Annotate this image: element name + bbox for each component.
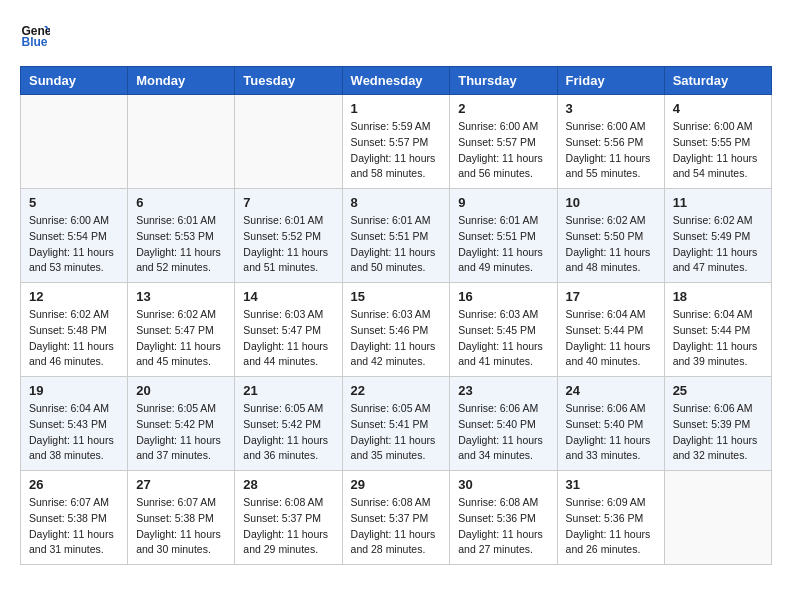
calendar-cell: 24Sunrise: 6:06 AM Sunset: 5:40 PM Dayli… bbox=[557, 377, 664, 471]
page-header: General Blue bbox=[20, 20, 772, 50]
day-number: 5 bbox=[29, 195, 119, 210]
calendar-cell: 18Sunrise: 6:04 AM Sunset: 5:44 PM Dayli… bbox=[664, 283, 771, 377]
calendar-cell: 23Sunrise: 6:06 AM Sunset: 5:40 PM Dayli… bbox=[450, 377, 557, 471]
day-number: 2 bbox=[458, 101, 548, 116]
calendar-week-row: 1Sunrise: 5:59 AM Sunset: 5:57 PM Daylig… bbox=[21, 95, 772, 189]
cell-info: Sunrise: 6:04 AM Sunset: 5:44 PM Dayligh… bbox=[566, 307, 656, 370]
cell-info: Sunrise: 6:07 AM Sunset: 5:38 PM Dayligh… bbox=[29, 495, 119, 558]
day-number: 25 bbox=[673, 383, 763, 398]
day-number: 14 bbox=[243, 289, 333, 304]
svg-text:Blue: Blue bbox=[22, 35, 48, 49]
calendar-cell: 26Sunrise: 6:07 AM Sunset: 5:38 PM Dayli… bbox=[21, 471, 128, 565]
weekday-header: Thursday bbox=[450, 67, 557, 95]
cell-info: Sunrise: 6:08 AM Sunset: 5:37 PM Dayligh… bbox=[351, 495, 442, 558]
calendar-cell: 20Sunrise: 6:05 AM Sunset: 5:42 PM Dayli… bbox=[128, 377, 235, 471]
cell-info: Sunrise: 6:04 AM Sunset: 5:44 PM Dayligh… bbox=[673, 307, 763, 370]
calendar-cell: 4Sunrise: 6:00 AM Sunset: 5:55 PM Daylig… bbox=[664, 95, 771, 189]
day-number: 4 bbox=[673, 101, 763, 116]
day-number: 3 bbox=[566, 101, 656, 116]
calendar-cell: 16Sunrise: 6:03 AM Sunset: 5:45 PM Dayli… bbox=[450, 283, 557, 377]
calendar-cell: 22Sunrise: 6:05 AM Sunset: 5:41 PM Dayli… bbox=[342, 377, 450, 471]
calendar-cell bbox=[128, 95, 235, 189]
calendar-cell: 10Sunrise: 6:02 AM Sunset: 5:50 PM Dayli… bbox=[557, 189, 664, 283]
calendar-cell: 13Sunrise: 6:02 AM Sunset: 5:47 PM Dayli… bbox=[128, 283, 235, 377]
cell-info: Sunrise: 6:08 AM Sunset: 5:36 PM Dayligh… bbox=[458, 495, 548, 558]
weekday-header: Wednesday bbox=[342, 67, 450, 95]
day-number: 28 bbox=[243, 477, 333, 492]
calendar-cell: 7Sunrise: 6:01 AM Sunset: 5:52 PM Daylig… bbox=[235, 189, 342, 283]
day-number: 11 bbox=[673, 195, 763, 210]
day-number: 8 bbox=[351, 195, 442, 210]
calendar-cell bbox=[664, 471, 771, 565]
calendar-cell: 8Sunrise: 6:01 AM Sunset: 5:51 PM Daylig… bbox=[342, 189, 450, 283]
calendar-cell: 19Sunrise: 6:04 AM Sunset: 5:43 PM Dayli… bbox=[21, 377, 128, 471]
calendar-cell: 29Sunrise: 6:08 AM Sunset: 5:37 PM Dayli… bbox=[342, 471, 450, 565]
cell-info: Sunrise: 6:00 AM Sunset: 5:57 PM Dayligh… bbox=[458, 119, 548, 182]
day-number: 16 bbox=[458, 289, 548, 304]
day-number: 7 bbox=[243, 195, 333, 210]
day-number: 26 bbox=[29, 477, 119, 492]
calendar-cell: 30Sunrise: 6:08 AM Sunset: 5:36 PM Dayli… bbox=[450, 471, 557, 565]
calendar-cell: 27Sunrise: 6:07 AM Sunset: 5:38 PM Dayli… bbox=[128, 471, 235, 565]
cell-info: Sunrise: 6:05 AM Sunset: 5:41 PM Dayligh… bbox=[351, 401, 442, 464]
cell-info: Sunrise: 6:02 AM Sunset: 5:47 PM Dayligh… bbox=[136, 307, 226, 370]
cell-info: Sunrise: 6:03 AM Sunset: 5:47 PM Dayligh… bbox=[243, 307, 333, 370]
cell-info: Sunrise: 6:01 AM Sunset: 5:53 PM Dayligh… bbox=[136, 213, 226, 276]
calendar-cell: 11Sunrise: 6:02 AM Sunset: 5:49 PM Dayli… bbox=[664, 189, 771, 283]
calendar-cell bbox=[21, 95, 128, 189]
day-number: 12 bbox=[29, 289, 119, 304]
cell-info: Sunrise: 6:06 AM Sunset: 5:39 PM Dayligh… bbox=[673, 401, 763, 464]
cell-info: Sunrise: 6:02 AM Sunset: 5:49 PM Dayligh… bbox=[673, 213, 763, 276]
day-number: 15 bbox=[351, 289, 442, 304]
cell-info: Sunrise: 6:02 AM Sunset: 5:48 PM Dayligh… bbox=[29, 307, 119, 370]
cell-info: Sunrise: 6:07 AM Sunset: 5:38 PM Dayligh… bbox=[136, 495, 226, 558]
day-number: 1 bbox=[351, 101, 442, 116]
day-number: 24 bbox=[566, 383, 656, 398]
cell-info: Sunrise: 6:01 AM Sunset: 5:51 PM Dayligh… bbox=[351, 213, 442, 276]
cell-info: Sunrise: 6:01 AM Sunset: 5:51 PM Dayligh… bbox=[458, 213, 548, 276]
calendar-cell: 5Sunrise: 6:00 AM Sunset: 5:54 PM Daylig… bbox=[21, 189, 128, 283]
calendar-cell: 9Sunrise: 6:01 AM Sunset: 5:51 PM Daylig… bbox=[450, 189, 557, 283]
cell-info: Sunrise: 6:03 AM Sunset: 5:46 PM Dayligh… bbox=[351, 307, 442, 370]
calendar-cell: 25Sunrise: 6:06 AM Sunset: 5:39 PM Dayli… bbox=[664, 377, 771, 471]
day-number: 13 bbox=[136, 289, 226, 304]
calendar-cell: 21Sunrise: 6:05 AM Sunset: 5:42 PM Dayli… bbox=[235, 377, 342, 471]
weekday-header: Tuesday bbox=[235, 67, 342, 95]
cell-info: Sunrise: 6:05 AM Sunset: 5:42 PM Dayligh… bbox=[243, 401, 333, 464]
calendar-cell: 12Sunrise: 6:02 AM Sunset: 5:48 PM Dayli… bbox=[21, 283, 128, 377]
day-number: 20 bbox=[136, 383, 226, 398]
cell-info: Sunrise: 6:06 AM Sunset: 5:40 PM Dayligh… bbox=[458, 401, 548, 464]
calendar-cell bbox=[235, 95, 342, 189]
calendar-cell: 17Sunrise: 6:04 AM Sunset: 5:44 PM Dayli… bbox=[557, 283, 664, 377]
day-number: 10 bbox=[566, 195, 656, 210]
day-number: 22 bbox=[351, 383, 442, 398]
day-number: 21 bbox=[243, 383, 333, 398]
cell-info: Sunrise: 6:04 AM Sunset: 5:43 PM Dayligh… bbox=[29, 401, 119, 464]
day-number: 30 bbox=[458, 477, 548, 492]
cell-info: Sunrise: 6:05 AM Sunset: 5:42 PM Dayligh… bbox=[136, 401, 226, 464]
calendar-cell: 28Sunrise: 6:08 AM Sunset: 5:37 PM Dayli… bbox=[235, 471, 342, 565]
day-number: 17 bbox=[566, 289, 656, 304]
calendar-cell: 1Sunrise: 5:59 AM Sunset: 5:57 PM Daylig… bbox=[342, 95, 450, 189]
weekday-header: Sunday bbox=[21, 67, 128, 95]
cell-info: Sunrise: 6:01 AM Sunset: 5:52 PM Dayligh… bbox=[243, 213, 333, 276]
logo-icon: General Blue bbox=[20, 20, 50, 50]
calendar-cell: 2Sunrise: 6:00 AM Sunset: 5:57 PM Daylig… bbox=[450, 95, 557, 189]
calendar-cell: 3Sunrise: 6:00 AM Sunset: 5:56 PM Daylig… bbox=[557, 95, 664, 189]
calendar-week-row: 5Sunrise: 6:00 AM Sunset: 5:54 PM Daylig… bbox=[21, 189, 772, 283]
calendar-cell: 14Sunrise: 6:03 AM Sunset: 5:47 PM Dayli… bbox=[235, 283, 342, 377]
calendar-cell: 15Sunrise: 6:03 AM Sunset: 5:46 PM Dayli… bbox=[342, 283, 450, 377]
day-number: 29 bbox=[351, 477, 442, 492]
logo: General Blue bbox=[20, 20, 54, 50]
calendar-week-row: 12Sunrise: 6:02 AM Sunset: 5:48 PM Dayli… bbox=[21, 283, 772, 377]
cell-info: Sunrise: 6:09 AM Sunset: 5:36 PM Dayligh… bbox=[566, 495, 656, 558]
day-number: 6 bbox=[136, 195, 226, 210]
calendar-cell: 6Sunrise: 6:01 AM Sunset: 5:53 PM Daylig… bbox=[128, 189, 235, 283]
weekday-header: Monday bbox=[128, 67, 235, 95]
cell-info: Sunrise: 6:02 AM Sunset: 5:50 PM Dayligh… bbox=[566, 213, 656, 276]
cell-info: Sunrise: 6:00 AM Sunset: 5:55 PM Dayligh… bbox=[673, 119, 763, 182]
calendar-header-row: SundayMondayTuesdayWednesdayThursdayFrid… bbox=[21, 67, 772, 95]
calendar-table: SundayMondayTuesdayWednesdayThursdayFrid… bbox=[20, 66, 772, 565]
weekday-header: Saturday bbox=[664, 67, 771, 95]
calendar-week-row: 26Sunrise: 6:07 AM Sunset: 5:38 PM Dayli… bbox=[21, 471, 772, 565]
